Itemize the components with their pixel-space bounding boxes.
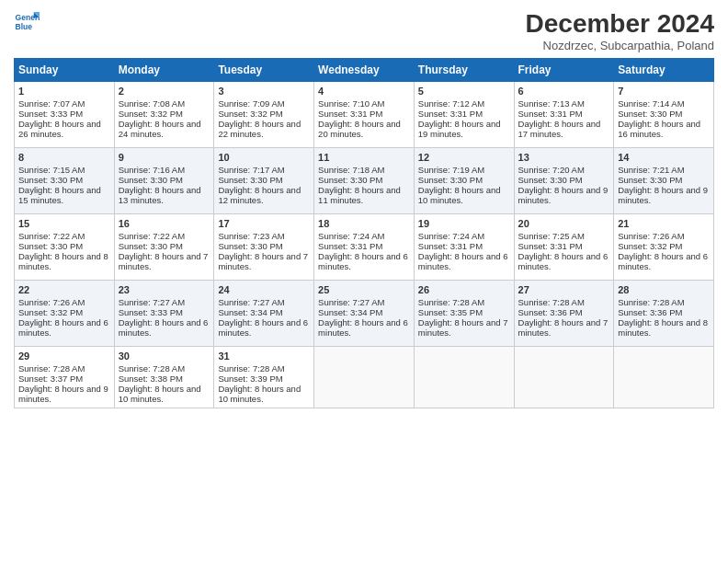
calendar-cell: 7Sunrise: 7:14 AMSunset: 3:30 PMDaylight… — [614, 82, 714, 148]
sunset-text: Sunset: 3:34 PM — [318, 307, 410, 317]
day-number: 15 — [18, 218, 110, 229]
daylight-text: Daylight: 8 hours and 6 minutes. — [618, 251, 710, 271]
sunrise-text: Sunrise: 7:17 AM — [218, 165, 310, 175]
sunrise-text: Sunrise: 7:27 AM — [318, 297, 410, 307]
sunset-text: Sunset: 3:34 PM — [218, 307, 310, 317]
sunset-text: Sunset: 3:31 PM — [318, 241, 410, 251]
sunrise-text: Sunrise: 7:08 AM — [119, 98, 210, 109]
calendar-cell: 27Sunrise: 7:28 AMSunset: 3:36 PMDayligh… — [514, 281, 614, 347]
day-number: 21 — [618, 218, 710, 229]
daylight-text: Daylight: 8 hours and 7 minutes. — [518, 317, 610, 338]
sunrise-text: Sunrise: 7:12 AM — [418, 98, 510, 109]
calendar-cell: 11Sunrise: 7:18 AMSunset: 3:30 PMDayligh… — [314, 148, 415, 214]
sunset-text: Sunset: 3:30 PM — [218, 241, 310, 251]
sunrise-text: Sunrise: 7:22 AM — [119, 231, 210, 241]
sunset-text: Sunset: 3:32 PM — [18, 307, 110, 317]
daylight-text: Daylight: 8 hours and 8 minutes. — [618, 317, 710, 338]
calendar-cell: 6Sunrise: 7:13 AMSunset: 3:31 PMDaylight… — [514, 82, 614, 148]
calendar-body: 1Sunrise: 7:07 AMSunset: 3:33 PMDaylight… — [15, 82, 714, 408]
week-row-5: 29Sunrise: 7:28 AMSunset: 3:37 PMDayligh… — [15, 347, 714, 408]
col-header-friday: Friday — [514, 59, 614, 82]
sunset-text: Sunset: 3:31 PM — [518, 109, 610, 119]
day-number: 16 — [119, 218, 210, 229]
calendar-cell: 23Sunrise: 7:27 AMSunset: 3:33 PMDayligh… — [114, 281, 214, 347]
sunset-text: Sunset: 3:31 PM — [418, 241, 510, 251]
day-number: 25 — [318, 284, 410, 295]
calendar-cell: 9Sunrise: 7:16 AMSunset: 3:30 PMDaylight… — [114, 148, 214, 214]
sunrise-text: Sunrise: 7:13 AM — [518, 98, 610, 109]
sunrise-text: Sunrise: 7:10 AM — [318, 98, 410, 109]
calendar-cell: 4Sunrise: 7:10 AMSunset: 3:31 PMDaylight… — [314, 82, 415, 148]
daylight-text: Daylight: 8 hours and 6 minutes. — [119, 317, 210, 338]
sunset-text: Sunset: 3:30 PM — [318, 175, 410, 185]
daylight-text: Daylight: 8 hours and 20 minutes. — [318, 119, 410, 139]
calendar-cell: 13Sunrise: 7:20 AMSunset: 3:30 PMDayligh… — [514, 148, 614, 214]
daylight-text: Daylight: 8 hours and 19 minutes. — [418, 119, 510, 139]
daylight-text: Daylight: 8 hours and 7 minutes. — [218, 251, 310, 271]
col-header-wednesday: Wednesday — [314, 59, 415, 82]
daylight-text: Daylight: 8 hours and 17 minutes. — [518, 119, 610, 139]
main-title: December 2024 — [526, 9, 714, 39]
col-header-tuesday: Tuesday — [214, 59, 314, 82]
day-number: 29 — [18, 350, 110, 362]
calendar-cell: 1Sunrise: 7:07 AMSunset: 3:33 PMDaylight… — [15, 82, 115, 148]
calendar-cell: 12Sunrise: 7:19 AMSunset: 3:30 PMDayligh… — [414, 148, 514, 214]
daylight-text: Daylight: 8 hours and 6 minutes. — [18, 317, 110, 338]
sunrise-text: Sunrise: 7:07 AM — [18, 98, 110, 109]
day-number: 24 — [218, 284, 310, 295]
sunrise-text: Sunrise: 7:24 AM — [318, 231, 410, 241]
calendar-cell: 29Sunrise: 7:28 AMSunset: 3:37 PMDayligh… — [15, 347, 115, 408]
sunrise-text: Sunrise: 7:28 AM — [418, 297, 510, 307]
calendar-cell: 22Sunrise: 7:26 AMSunset: 3:32 PMDayligh… — [15, 281, 115, 347]
daylight-text: Daylight: 8 hours and 8 minutes. — [18, 251, 110, 271]
sunrise-text: Sunrise: 7:28 AM — [218, 363, 310, 373]
sunset-text: Sunset: 3:35 PM — [418, 307, 510, 317]
sunset-text: Sunset: 3:30 PM — [119, 175, 210, 185]
calendar-cell: 17Sunrise: 7:23 AMSunset: 3:30 PMDayligh… — [214, 214, 314, 281]
day-number: 13 — [518, 152, 610, 163]
day-number: 12 — [418, 152, 510, 163]
sunset-text: Sunset: 3:30 PM — [18, 241, 110, 251]
sunset-text: Sunset: 3:30 PM — [18, 175, 110, 185]
day-number: 1 — [18, 86, 110, 97]
calendar-cell: 8Sunrise: 7:15 AMSunset: 3:30 PMDaylight… — [15, 148, 115, 214]
daylight-text: Daylight: 8 hours and 16 minutes. — [618, 119, 710, 139]
sunrise-text: Sunrise: 7:28 AM — [18, 363, 110, 373]
sunset-text: Sunset: 3:36 PM — [618, 307, 710, 317]
calendar-cell: 30Sunrise: 7:28 AMSunset: 3:38 PMDayligh… — [114, 347, 214, 408]
daylight-text: Daylight: 8 hours and 7 minutes. — [418, 317, 510, 338]
calendar-cell: 20Sunrise: 7:25 AMSunset: 3:31 PMDayligh… — [514, 214, 614, 281]
calendar-cell: 10Sunrise: 7:17 AMSunset: 3:30 PMDayligh… — [214, 148, 314, 214]
daylight-text: Daylight: 8 hours and 26 minutes. — [18, 119, 110, 139]
sunset-text: Sunset: 3:33 PM — [119, 307, 210, 317]
sunrise-text: Sunrise: 7:24 AM — [418, 231, 510, 241]
page: General Blue December 2024 Nozdrzec, Sub… — [0, 0, 728, 563]
daylight-text: Daylight: 8 hours and 6 minutes. — [218, 317, 310, 338]
day-number: 23 — [119, 284, 210, 295]
calendar-cell: 5Sunrise: 7:12 AMSunset: 3:31 PMDaylight… — [414, 82, 514, 148]
week-row-2: 8Sunrise: 7:15 AMSunset: 3:30 PMDaylight… — [15, 148, 714, 214]
day-number: 4 — [318, 86, 410, 97]
day-number: 26 — [418, 284, 510, 295]
daylight-text: Daylight: 8 hours and 9 minutes. — [618, 185, 710, 205]
day-number: 9 — [119, 152, 210, 163]
sunset-text: Sunset: 3:30 PM — [518, 175, 610, 185]
calendar-cell — [614, 347, 714, 408]
sunrise-text: Sunrise: 7:16 AM — [119, 165, 210, 175]
day-number: 2 — [119, 86, 210, 97]
calendar-cell: 26Sunrise: 7:28 AMSunset: 3:35 PMDayligh… — [414, 281, 514, 347]
sunrise-text: Sunrise: 7:25 AM — [518, 231, 610, 241]
daylight-text: Daylight: 8 hours and 13 minutes. — [119, 185, 210, 205]
day-number: 11 — [318, 152, 410, 163]
svg-text:Blue: Blue — [16, 22, 33, 31]
calendar-cell: 28Sunrise: 7:28 AMSunset: 3:36 PMDayligh… — [614, 281, 714, 347]
sunset-text: Sunset: 3:33 PM — [18, 109, 110, 119]
day-number: 10 — [218, 152, 310, 163]
daylight-text: Daylight: 8 hours and 24 minutes. — [119, 119, 210, 139]
day-number: 28 — [618, 284, 710, 295]
sunset-text: Sunset: 3:38 PM — [119, 373, 210, 384]
week-row-4: 22Sunrise: 7:26 AMSunset: 3:32 PMDayligh… — [15, 281, 714, 347]
calendar-cell: 21Sunrise: 7:26 AMSunset: 3:32 PMDayligh… — [614, 214, 714, 281]
sunset-text: Sunset: 3:30 PM — [418, 175, 510, 185]
sunset-text: Sunset: 3:37 PM — [18, 373, 110, 384]
